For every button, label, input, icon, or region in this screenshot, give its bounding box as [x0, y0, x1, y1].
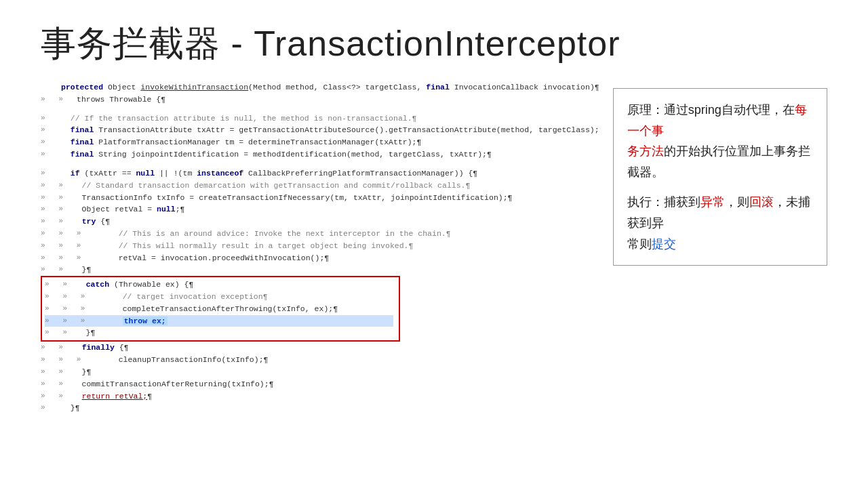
page-title: 事务拦截器 - TransactionInterceptor: [0, 0, 868, 81]
catch-border-box: » » catch (Throwable ex) {¶ » » » // tar…: [41, 276, 400, 342]
code-line-11: » » TransactionInfo txInfo = createTrans…: [41, 192, 599, 204]
code-line-20: » » » completeTransactionAfterThrowing(t…: [45, 303, 393, 315]
anno-l5-blue: 提交: [652, 237, 676, 251]
code-line-18: » » catch (Throwable ex) {¶: [45, 279, 393, 291]
code-line-28: » }¶: [41, 402, 599, 414]
anno-l4-mid: ，则: [725, 195, 749, 209]
code-line-22: » » }¶: [45, 327, 393, 339]
code-panel: protected Object invokeWithinTransaction…: [41, 81, 599, 414]
catch-block-wrapper: » » catch (Throwable ex) {¶ » » » // tar…: [41, 276, 400, 342]
annotation-line1: 原理：通过spring自动代理，在每一个事: [627, 100, 813, 141]
annotation-line5: 常则提交: [627, 234, 813, 255]
code-line-7: » final String joinpointIdentification =…: [41, 148, 599, 161]
code-line-21: » » » throw ex;: [45, 315, 393, 327]
code-line-19: » » » // target invocation exception¶: [45, 291, 393, 303]
annotation-empty: [627, 182, 813, 192]
code-line-6: » final PlatformTransactionManager tm = …: [41, 136, 599, 148]
title-text: 事务拦截器 - TransactionInterceptor: [41, 24, 620, 63]
anno-l4-prefix: 执行：捕获到: [627, 195, 701, 209]
code-line-24: » » » cleanupTransactionInfo(txInfo);¶: [41, 354, 599, 366]
code-line-empty1: [41, 106, 599, 113]
code-line-26: » » commitTransactionAfterReturning(txIn…: [41, 378, 599, 390]
main-content: protected Object invokeWithinTransaction…: [0, 81, 868, 414]
code-line-13: » » try {¶: [41, 216, 599, 228]
code-line-1: protected Object invokeWithinTransaction…: [41, 81, 599, 94]
code-line-27: » » return retVal;¶: [41, 390, 599, 403]
code-line-5: » final TransactionAttribute txAttr = ge…: [41, 124, 599, 136]
anno-l4-red1: 异常: [701, 195, 725, 209]
code-line-2: » » throws Throwable {¶: [41, 94, 599, 106]
code-line-14: » » » // This is an around advice: Invok…: [41, 228, 599, 240]
code-line-12: » » Object retVal = null;¶: [41, 203, 599, 216]
code-line-23: » » finally {¶: [41, 342, 599, 354]
code-line-17: » » }¶: [41, 264, 599, 276]
annotation-line2: 务方法的开始执行位置加上事务拦截器。: [627, 141, 813, 182]
code-line-9: » if (txAttr == null || !(tm instanceof …: [41, 167, 599, 180]
code-line-15: » » » // This will normally result in a …: [41, 240, 599, 252]
code-line-10: » » // Standard transaction demarcation …: [41, 180, 599, 192]
code-line-4: » // If the transaction attribute is nul…: [41, 113, 599, 125]
anno-l2-red: 务方法: [627, 144, 664, 158]
code-line-16: » » » retVal = invocation.proceedWithInv…: [41, 252, 599, 264]
anno-l4-red2: 回滚: [749, 195, 774, 209]
annotation-line4: 执行：捕获到异常，则回滚，未捕获到异: [627, 192, 813, 233]
code-line-empty2: [41, 161, 599, 167]
annotation-box: 原理：通过spring自动代理，在每一个事 务方法的开始执行位置加上事务拦截器。…: [613, 88, 827, 266]
anno-l5-prefix: 常则: [627, 237, 652, 251]
anno-l1-prefix: 原理：通过spring自动代理，在: [627, 103, 795, 117]
code-line-25: » » }¶: [41, 366, 599, 378]
